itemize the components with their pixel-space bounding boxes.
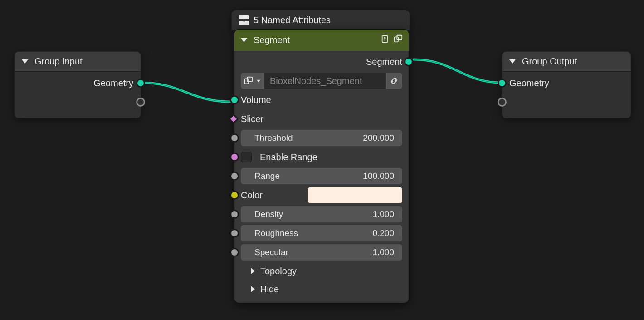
node-title: Group Output	[522, 56, 577, 67]
input-label: Volume	[241, 95, 271, 105]
collapse-chevron-icon[interactable]	[509, 59, 516, 64]
spreadsheet-icon	[239, 15, 249, 25]
input-label: Enable Range	[260, 152, 317, 162]
frame-title: 5 Named Attributes	[254, 15, 331, 25]
socket-input-threshold[interactable]	[230, 133, 239, 143]
chevron-right-icon	[251, 268, 255, 274]
input-row-roughness: Roughness 0.200	[234, 224, 409, 243]
node-group-output[interactable]: Group Output Geometry	[502, 51, 631, 118]
input-row-volume: Volume	[234, 90, 409, 109]
panel-label: Hide	[260, 284, 279, 295]
make-single-user-button[interactable]	[386, 73, 402, 89]
input-row-threshold: Threshold 200.000	[234, 128, 409, 148]
input-row-specular: Specular 1.000	[234, 243, 409, 262]
color-field[interactable]	[308, 187, 402, 203]
node-header[interactable]: Segment	[234, 30, 409, 51]
socket-input-roughness[interactable]	[230, 229, 239, 238]
info-icon[interactable]	[381, 34, 390, 46]
named-attributes-frame[interactable]: 5 Named Attributes	[231, 10, 410, 31]
chevron-down-icon	[257, 79, 260, 82]
output-label: Geometry	[93, 78, 133, 89]
socket-input-specular[interactable]	[230, 248, 239, 257]
socket-input-virtual[interactable]	[498, 98, 507, 107]
input-label: Slicer	[241, 114, 263, 124]
nodegroup-icon[interactable]	[393, 34, 403, 46]
collapse-chevron-icon[interactable]	[22, 59, 28, 64]
socket-output-virtual[interactable]	[136, 98, 145, 107]
socket-output-segment[interactable]	[404, 57, 413, 66]
range-field[interactable]: Range 100.000	[241, 168, 402, 184]
input-row-geometry: Geometry	[502, 74, 631, 93]
chevron-right-icon	[251, 286, 255, 292]
socket-input-range[interactable]	[230, 172, 239, 181]
input-row-slicer: Slicer	[234, 109, 409, 128]
output-row-virtual	[15, 93, 141, 112]
node-header[interactable]: Group Output	[502, 52, 631, 72]
svg-rect-4	[397, 35, 402, 40]
field-value: 200.000	[363, 133, 394, 143]
socket-output-geometry[interactable]	[136, 79, 145, 88]
field-label: Range	[254, 171, 280, 181]
output-label: Segment	[366, 57, 402, 67]
density-field[interactable]: Density 1.000	[241, 206, 402, 222]
field-value: 0.200	[372, 228, 394, 238]
input-label: Geometry	[509, 78, 549, 89]
field-value: 1.000	[372, 247, 394, 257]
field-value: 1.000	[372, 209, 394, 219]
node-title: Segment	[254, 35, 290, 45]
input-row-density: Density 1.000	[234, 205, 409, 224]
input-label: Color	[241, 190, 263, 201]
panel-label: Topology	[260, 266, 297, 276]
socket-input-slicer[interactable]	[229, 114, 239, 124]
socket-input-enable-range[interactable]	[230, 153, 239, 162]
socket-input-volume[interactable]	[230, 95, 239, 104]
enable-range-checkbox[interactable]	[241, 152, 252, 162]
field-value: 100.000	[363, 171, 394, 181]
nodegroup-browse-button[interactable]	[241, 73, 264, 89]
input-row-range: Range 100.000	[234, 167, 409, 186]
input-row-virtual	[502, 93, 631, 112]
socket-input-color[interactable]	[230, 191, 239, 200]
field-label: Roughness	[254, 228, 298, 238]
field-label: Density	[254, 209, 283, 219]
field-label: Threshold	[254, 133, 293, 143]
nodegroup-name-text: BioxelNodes_Segment	[270, 76, 362, 86]
node-group-input[interactable]: Group Input Geometry	[14, 51, 141, 118]
nodegroup-selector-row: BioxelNodes_Segment	[234, 71, 409, 90]
svg-point-1	[385, 37, 385, 38]
field-label: Specular	[254, 247, 288, 257]
specular-field[interactable]: Specular 1.000	[241, 244, 402, 261]
node-title: Group Input	[34, 56, 83, 67]
frame-header[interactable]: 5 Named Attributes	[232, 10, 410, 30]
node-header[interactable]: Group Input	[15, 52, 141, 72]
threshold-field[interactable]: Threshold 200.000	[241, 130, 402, 146]
output-row-geometry: Geometry	[15, 74, 141, 93]
socket-input-geometry[interactable]	[498, 79, 507, 88]
panel-hide[interactable]: Hide	[234, 280, 409, 298]
input-row-enable-range: Enable Range	[234, 148, 409, 167]
input-row-color: Color	[234, 186, 409, 205]
output-row-segment: Segment	[234, 52, 409, 71]
roughness-field[interactable]: Roughness 0.200	[241, 225, 402, 241]
svg-rect-6	[247, 77, 252, 82]
panel-topology[interactable]: Topology	[234, 262, 409, 280]
collapse-chevron-icon[interactable]	[241, 38, 247, 42]
node-segment[interactable]: Segment Segment BioxelNodes_Segment	[234, 29, 409, 303]
nodegroup-name-field[interactable]: BioxelNodes_Segment	[264, 73, 386, 89]
socket-input-density[interactable]	[230, 210, 239, 219]
